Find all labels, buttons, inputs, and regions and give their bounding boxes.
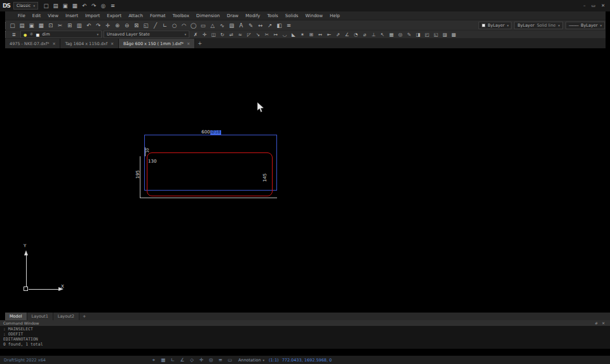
menu-edit[interactable]: Edit — [32, 13, 41, 18]
hatch-icon[interactable]: ▨ — [227, 21, 236, 29]
layer-combo[interactable]: ● ☼ ■ dim ▾ — [20, 30, 102, 38]
circle-icon[interactable]: ○ — [170, 21, 179, 29]
ordinate-dimension-icon[interactable]: ⊥ — [369, 31, 378, 38]
print-preview-icon[interactable]: ⊡ — [46, 21, 55, 29]
dimension-600-edit[interactable]: 600 Ø18 — [201, 130, 221, 135]
pattern-icon[interactable]: ⊞ — [307, 31, 316, 38]
redo-icon[interactable]: ↷ — [89, 2, 98, 10]
pan-icon[interactable]: ✛ — [103, 21, 112, 29]
note-icon[interactable]: ✎ — [246, 21, 255, 29]
rotate-icon[interactable]: ↻ — [218, 31, 227, 38]
ellipse-icon[interactable]: ◯ — [189, 21, 198, 29]
angular-dimension-icon[interactable]: ∠ — [342, 31, 351, 38]
save-icon[interactable]: ▣ — [60, 2, 70, 10]
offset-icon[interactable]: ≈ — [236, 31, 245, 38]
drawing-canvas[interactable]: 600 Ø18 130 195 145 10 Y X — [0, 48, 610, 313]
print-icon[interactable]: ▦ — [36, 21, 46, 29]
polyline-icon[interactable]: ∟ — [160, 21, 170, 29]
region-icon[interactable]: ▩ — [449, 31, 458, 38]
chamfer-icon[interactable]: ◣ — [289, 31, 298, 38]
dimension-style-icon[interactable]: ◨ — [414, 31, 423, 38]
maximize-button[interactable]: ▭ — [592, 3, 596, 8]
new-icon[interactable]: □ — [8, 21, 17, 29]
esnap-icon[interactable]: ◇ — [188, 357, 196, 363]
annotation-scale-selector[interactable]: Annotation ▾ — [238, 358, 264, 363]
zoom-in-icon[interactable]: ⊕ — [112, 21, 122, 29]
erase-icon[interactable]: ✗ — [191, 31, 200, 38]
layer-state-combo[interactable]: Unsaved Layer State ▾ — [104, 30, 189, 38]
tab-close-icon[interactable]: ✕ — [111, 41, 114, 46]
dock-icon[interactable]: # — [595, 321, 598, 325]
rectangle-icon[interactable]: ▭ — [198, 21, 208, 29]
properties-icon[interactable]: ≡ — [284, 21, 294, 29]
copy-entity-icon[interactable]: ◫ — [209, 31, 218, 38]
zoom-fit-icon[interactable]: ◱ — [141, 21, 151, 29]
line-weight-combo[interactable]: ——— ByLayer ▾ — [566, 22, 605, 29]
explode-icon[interactable]: ✶ — [298, 31, 307, 38]
tab-close-icon[interactable]: ✕ — [187, 41, 190, 46]
center-mark-icon[interactable]: ◎ — [396, 31, 405, 38]
open-icon[interactable]: ▤ — [51, 2, 60, 10]
doc-tab-3[interactable]: Båge 600 x 150 ( 1mm ).dxf* ✕ — [119, 39, 195, 48]
doc-tab-1[interactable]: 4975 - NKE-07.dxf* ✕ — [5, 39, 60, 48]
ortho-icon[interactable]: ∟ — [169, 357, 177, 363]
menu-draw[interactable]: Draw — [227, 13, 238, 18]
lineweight-icon[interactable]: ≡ — [217, 357, 224, 363]
menu-dimension[interactable]: Dimension — [196, 13, 220, 18]
fillet-icon[interactable]: ◡ — [280, 31, 289, 38]
menu-modify[interactable]: Modify — [245, 13, 260, 18]
workspace-selector[interactable]: Classic ▾ — [13, 2, 38, 10]
redo-icon[interactable]: ↷ — [93, 21, 103, 29]
scale-icon[interactable]: ◸ — [245, 31, 254, 38]
line-color-combo[interactable]: ByLayer ▾ — [478, 22, 512, 29]
command-history[interactable]: : MAINSELECT: ODEFITEDITANNOTATION0 foun… — [0, 326, 610, 349]
extension-line-bottom[interactable] — [140, 198, 277, 198]
close-icon[interactable]: ✕ — [602, 321, 605, 325]
layer-manager-icon[interactable]: ≣ — [10, 31, 18, 38]
new-icon[interactable]: □ — [41, 2, 51, 10]
move-icon[interactable]: ✛ — [200, 31, 209, 38]
add-layout-button[interactable]: + — [79, 314, 89, 319]
print-icon[interactable]: ▦ — [70, 2, 79, 10]
block-icon[interactable]: ◧ — [274, 21, 284, 29]
dimension-icon[interactable]: ↔ — [255, 21, 265, 29]
copy-icon[interactable]: ⊞ — [65, 21, 74, 29]
leader-icon[interactable]: ↗ — [265, 21, 274, 29]
radius-dimension-icon[interactable]: ◔ — [351, 31, 360, 38]
menu-help[interactable]: Help — [330, 13, 340, 18]
insert-block-icon[interactable]: ◱ — [431, 31, 440, 38]
polar-icon[interactable]: ∠ — [179, 357, 186, 363]
undo-icon[interactable]: ↶ — [84, 21, 93, 29]
doc-tab-2[interactable]: Tag 1604 x 1150.dxf ✕ — [60, 39, 119, 48]
tab-layout1[interactable]: Layout1 — [27, 313, 53, 320]
menu-export[interactable]: Export — [107, 13, 121, 18]
command-window-header[interactable]: Command Window # ✕ — [0, 320, 610, 326]
menu-format[interactable]: Format — [150, 13, 166, 18]
extend-icon[interactable]: ↦ — [271, 31, 280, 38]
quick-input-icon[interactable]: ▭ — [226, 357, 234, 363]
etrack-icon[interactable]: ✛ — [198, 357, 205, 363]
linear-dimension-icon[interactable]: ⇤ — [325, 31, 334, 38]
menu-file[interactable]: File — [18, 13, 25, 18]
tab-close-icon[interactable]: ✕ — [52, 41, 55, 46]
dimension-130[interactable]: 130 — [148, 159, 156, 164]
mouse-gestures-icon[interactable]: ◎ — [98, 2, 108, 10]
diameter-dimension-icon[interactable]: ⌀ — [360, 31, 369, 38]
leader-icon[interactable]: ↖ — [378, 31, 387, 38]
snap-icon[interactable]: ⌖ — [150, 357, 158, 363]
polygon-icon[interactable]: △ — [208, 21, 217, 29]
menu-attach[interactable]: Attach — [128, 13, 143, 18]
open-icon[interactable]: ▤ — [17, 21, 27, 29]
grid-icon[interactable]: ▦ — [159, 357, 167, 363]
tolerance-icon[interactable]: ▦ — [387, 31, 396, 38]
zoom-window-icon[interactable]: ⊠ — [132, 21, 141, 29]
close-button[interactable]: ✕ — [601, 3, 605, 8]
make-block-icon[interactable]: ◰ — [423, 31, 431, 38]
dimension-195[interactable]: 195 — [136, 170, 140, 179]
menu-toolbox[interactable]: Toolbox — [173, 13, 189, 18]
menu-import[interactable]: Import — [85, 13, 100, 18]
dimension-10[interactable]: 10 — [146, 148, 149, 153]
trim-icon[interactable]: ✂ — [262, 31, 271, 38]
minimize-button[interactable]: – — [583, 3, 586, 8]
tab-layout2[interactable]: Layout2 — [53, 313, 79, 320]
